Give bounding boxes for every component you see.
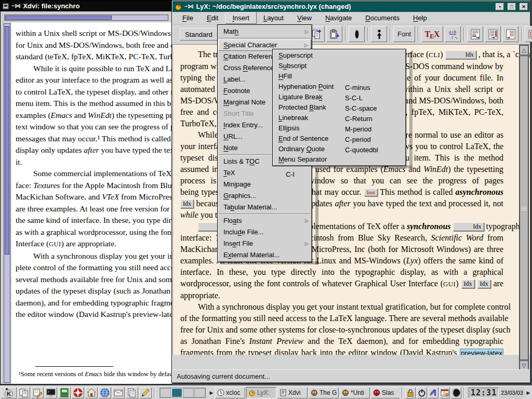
menubar-item-insert[interactable]: Insert xyxy=(225,12,257,24)
klipper-icon[interactable] xyxy=(428,387,438,398)
scroll-up-icon[interactable]: △ xyxy=(520,45,528,55)
task-button-xdvi[interactable]: Xdvi xyxy=(277,387,308,398)
figure-icon[interactable] xyxy=(525,26,532,42)
emph-icon[interactable] xyxy=(349,26,365,42)
marginpar-icon[interactable] xyxy=(485,26,501,42)
menu-item-superscript[interactable]: Superscript xyxy=(273,50,405,61)
text-line: Interface (GUI) are appropriate. xyxy=(16,238,172,250)
clock-applet[interactable]: 12:31 23/03/03 xyxy=(467,387,525,398)
organizer-icon[interactable] xyxy=(440,387,450,398)
depth-icon[interactable] xyxy=(502,26,518,42)
desktop-launcher-icon[interactable] xyxy=(31,387,44,398)
xdvi-titlebar[interactable]: −⋈ Xdvi: file:synchro xyxy=(1,1,172,11)
window-list-launcher-icon[interactable] xyxy=(18,387,30,398)
menu-item-protected-blank[interactable]: Protected BlankS-C-space xyxy=(273,102,405,113)
document-scrollbar[interactable]: △ ▽ xyxy=(519,45,529,371)
quick-launchers xyxy=(18,387,152,398)
idx-inset[interactable]: Idx xyxy=(461,280,475,288)
xdvi-page[interactable]: within a Unix shell script or MS-DOS/Win… xyxy=(11,22,172,384)
maximize-button[interactable]: □ xyxy=(508,3,516,10)
menu-item-insert-file[interactable]: Insert File▷ xyxy=(218,238,311,249)
close-button[interactable]: ✕ xyxy=(520,3,528,10)
xdvi-hscroll-thumb[interactable] xyxy=(5,16,112,20)
window-pin-icon[interactable]: −⋈ xyxy=(184,3,193,10)
menu-item-math[interactable]: Math▷ xyxy=(218,26,311,37)
xdvi-vertical-scrollbar[interactable] xyxy=(4,23,10,383)
pager-desktop-3[interactable] xyxy=(183,388,194,397)
svg-text:a+b: a+b xyxy=(449,30,456,34)
taskbar-expand-icon[interactable]: ▶ xyxy=(209,390,214,395)
xdvi-window-icon xyxy=(3,3,9,9)
menu-item-floats[interactable]: Floats▷ xyxy=(218,215,311,227)
text-line: display only updates after you have type… xyxy=(16,144,172,156)
task-button-unti[interactable]: *Unti xyxy=(340,387,370,398)
desktop-pager[interactable] xyxy=(159,388,206,398)
idx-inset[interactable]: Idx xyxy=(453,222,484,231)
menu-item-external-material[interactable]: External Material... xyxy=(218,249,311,261)
math-icon[interactable]: a+bc xyxy=(445,26,461,42)
documents-launcher-icon[interactable] xyxy=(126,387,138,398)
submenu-shadow xyxy=(409,52,413,168)
task-button-xcloc[interactable]: xcloc xyxy=(215,387,245,398)
menu-item-graphics[interactable]: Graphics... xyxy=(218,190,311,202)
menu-item-menu-separator[interactable]: Menu Separator xyxy=(273,154,405,165)
menubar-item-file[interactable]: File xyxy=(176,12,200,23)
paste-icon[interactable] xyxy=(326,26,342,42)
pager-desktop-2[interactable] xyxy=(171,388,182,397)
footnote-icon[interactable] xyxy=(467,26,483,42)
xdvi-icon xyxy=(280,389,287,396)
mail-launcher-icon[interactable] xyxy=(112,387,125,398)
menu-shortcut: C-l xyxy=(286,169,295,178)
konsole-launcher-icon[interactable] xyxy=(58,387,71,398)
menu-item-ligature-break[interactable]: Ligature BreakS-C-L xyxy=(273,92,405,102)
menubar-item-documents[interactable]: Documents xyxy=(358,12,406,23)
menu-item-ordinary-quote[interactable]: Ordinary QuoteC-quotedbl xyxy=(273,144,405,154)
task-button-the-g[interactable]: The G xyxy=(309,387,339,398)
menu-item-ellipsis[interactable]: EllipsisM-period xyxy=(273,123,405,134)
menu-item-tex[interactable]: TeXC-l xyxy=(218,167,311,179)
terminal-launcher-icon[interactable] xyxy=(45,387,57,398)
task-button-slas[interactable]: Slas xyxy=(371,387,400,398)
idx-inset[interactable]: Idx xyxy=(180,200,194,208)
moon-icon[interactable] xyxy=(451,387,461,398)
menu-item-hyphenation-point[interactable]: Hyphenation PointC-minus xyxy=(273,82,405,92)
text-segment: Interface ( xyxy=(16,239,49,248)
home-launcher-icon[interactable] xyxy=(85,387,98,398)
lyx-titlebar[interactable]: −⋈ LyX: ~/doc/beginlatex/src/synchro.lyx… xyxy=(172,1,530,12)
menu-item-hfill[interactable]: HFill xyxy=(273,71,405,82)
idx-inset[interactable]: Idx xyxy=(445,50,476,59)
xdvi-vscroll-thumb[interactable] xyxy=(5,26,9,255)
lyx-menubar: FileEditInsertLayoutViewNavigateDocument… xyxy=(172,12,530,24)
menu-item-subscript[interactable]: Subscript xyxy=(273,61,405,71)
menu-item-linebreak[interactable]: LinebreakC-Return xyxy=(273,113,405,123)
menu-item-end-of-sentence[interactable]: End of SentenceC-period xyxy=(273,134,405,144)
panel-hide-icon[interactable]: ▶ xyxy=(526,390,531,395)
idx-inset[interactable]: Idx xyxy=(477,280,491,288)
pager-desktop-1[interactable] xyxy=(160,388,171,397)
menubar-item-view[interactable]: View xyxy=(290,12,318,23)
menubar-item-help[interactable]: Help xyxy=(406,12,434,23)
minimize-button[interactable]: ▪ xyxy=(496,3,504,10)
help-launcher-icon[interactable] xyxy=(72,387,84,398)
window-pin-icon[interactable]: −⋈ xyxy=(11,3,20,9)
scrollbar-thumb[interactable] xyxy=(520,56,528,360)
foot-inset[interactable]: foot xyxy=(364,189,378,196)
lock-icon[interactable] xyxy=(405,387,416,398)
menubar-item-layout[interactable]: Layout xyxy=(257,12,290,23)
editor-launcher-icon[interactable] xyxy=(139,387,152,398)
kmenu-button[interactable]: K xyxy=(1,387,17,398)
task-button-lyx[interactable]: LyX: xyxy=(246,387,276,398)
menubar-item-navigate[interactable]: Navigate xyxy=(318,12,358,23)
text-segment: VTeX xyxy=(102,192,119,201)
menu-item-tabular-material[interactable]: Tabular Material... xyxy=(218,202,311,213)
browser-launcher-icon[interactable] xyxy=(99,387,111,398)
font-button[interactable]: Font xyxy=(393,26,415,42)
tex-button[interactable]: TEX xyxy=(421,26,443,42)
power-icon[interactable] xyxy=(417,387,427,398)
menubar-item-edit[interactable]: Edit xyxy=(200,12,225,23)
menu-item-include-file[interactable]: Include File... xyxy=(218,227,311,238)
xdvi-horizontal-scrollbar[interactable] xyxy=(4,15,168,21)
menu-item-minipage[interactable]: Minipage xyxy=(218,179,311,190)
noun-icon[interactable] xyxy=(371,26,387,42)
pager-desktop-4[interactable] xyxy=(194,388,205,397)
